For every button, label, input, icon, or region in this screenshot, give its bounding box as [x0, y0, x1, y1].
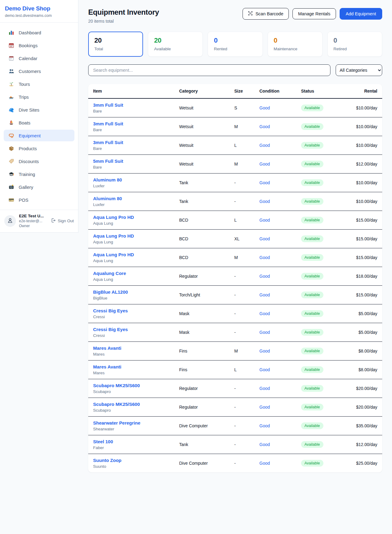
item-category: Wetsuit — [174, 117, 229, 136]
item-name-link[interactable]: Scubapro MK25/S600 — [93, 383, 169, 388]
item-name-link[interactable]: Mares Avanti — [93, 364, 169, 369]
sidebar-item-dashboard[interactable]: Dashboard — [4, 27, 74, 38]
filter-row: All Categories — [88, 64, 382, 76]
item-size: - — [229, 286, 254, 304]
sidebar-item-trips[interactable]: Trips — [4, 91, 74, 103]
item-size: M — [229, 117, 254, 136]
item-name-link[interactable]: Aqua Lung Pro HD — [93, 233, 169, 238]
sign-out-button[interactable]: Sign Out — [51, 218, 74, 224]
sidebar-item-gallery[interactable]: Gallery — [4, 181, 74, 193]
item-condition-link[interactable]: Good — [259, 199, 270, 204]
item-name-link[interactable]: Mares Avanti — [93, 345, 169, 351]
item-name-link[interactable]: 3mm Full Suit — [93, 102, 169, 108]
manage-rentals-button[interactable]: Manage Rentals — [292, 8, 336, 19]
sidebar-item-boats[interactable]: Boats — [4, 117, 74, 128]
sidebar-item-equipment[interactable]: Equipment — [4, 130, 74, 141]
item-name-link[interactable]: 3mm Full Suit — [93, 121, 169, 126]
brand-title: Demo Dive Shop — [5, 5, 73, 12]
item-category: Mask — [174, 304, 229, 323]
item-condition-link[interactable]: Good — [259, 218, 270, 223]
sidebar-item-dive-sites[interactable]: Dive Sites — [4, 104, 74, 116]
item-brand: Luxfer — [93, 202, 169, 207]
sidebar-item-training[interactable]: Training — [4, 168, 74, 180]
status-badge: Available — [301, 366, 323, 373]
item-name-link[interactable]: 3mm Full Suit — [93, 140, 169, 145]
category-filter-select[interactable]: All Categories — [336, 64, 382, 76]
item-name-link[interactable]: 5mm Full Suit — [93, 158, 169, 164]
sidebar-item-tours[interactable]: Tours — [4, 78, 74, 90]
table-row: Suunto Zoop Suunto Dive Computer - Good … — [88, 454, 382, 473]
item-condition-link[interactable]: Good — [259, 162, 270, 166]
item-condition-link[interactable]: Good — [259, 461, 270, 466]
item-name-link[interactable]: Aqua Lung Pro HD — [93, 215, 169, 220]
stat-card-maintenance[interactable]: 0 Maintenance — [268, 32, 322, 57]
item-category: BCD — [174, 230, 229, 248]
sidebar-item-bookings[interactable]: 17 Bookings — [4, 40, 74, 51]
speedboat-icon — [9, 94, 14, 100]
table-row: Cressi Big Eyes Cressi Mask - Good Avail… — [88, 304, 382, 323]
item-name-link[interactable]: Aluminum 80 — [93, 196, 169, 201]
status-badge: Available — [301, 198, 323, 205]
table-row: Shearwater Peregrine Shearwater Dive Com… — [88, 417, 382, 435]
item-condition-link[interactable]: Good — [259, 405, 270, 410]
table-row: Cressi Big Eyes Cressi Mask - Good Avail… — [88, 323, 382, 342]
stat-card-total[interactable]: 20 Total — [88, 32, 143, 57]
barcode-scan-icon — [248, 11, 253, 17]
item-condition-link[interactable]: Good — [259, 349, 270, 353]
item-name-link[interactable]: BigBlue AL1200 — [93, 289, 169, 295]
brand-block: Demo Dive Shop demo.test.divestreams.com — [0, 0, 78, 23]
item-name-link[interactable]: Steel 100 — [93, 439, 169, 444]
item-condition-link[interactable]: Good — [259, 236, 270, 241]
item-name-link[interactable]: Aqua Lung Pro HD — [93, 252, 169, 257]
stats-row: 20 Total 20 Available 0 Rented 0 Mainten… — [88, 32, 382, 57]
stat-label: Retired — [334, 47, 376, 51]
item-condition-link[interactable]: Good — [259, 311, 270, 316]
sidebar-item-calendar[interactable]: Calendar — [4, 52, 74, 64]
sidebar-item-customers[interactable]: Customers — [4, 65, 74, 77]
item-name-link[interactable]: Shearwater Peregrine — [93, 420, 169, 425]
item-condition-link[interactable]: Good — [259, 423, 270, 428]
add-equipment-label: Add Equipment — [346, 11, 376, 16]
item-condition-link[interactable]: Good — [259, 180, 270, 185]
item-name-link[interactable]: Suunto Zoop — [93, 458, 169, 463]
item-name-link[interactable]: Aqualung Core — [93, 271, 169, 276]
sidebar-item-discounts[interactable]: Discounts — [4, 155, 74, 167]
item-brand: Aqua Lung — [93, 221, 169, 226]
search-input[interactable] — [88, 64, 330, 76]
stat-card-retired[interactable]: 0 Retired — [327, 32, 382, 57]
item-condition-link[interactable]: Good — [259, 442, 270, 447]
add-equipment-button[interactable]: Add Equipment — [340, 8, 382, 20]
stat-card-available[interactable]: 20 Available — [148, 32, 203, 57]
sidebar-item-pos[interactable]: POS — [4, 194, 74, 206]
item-name-link[interactable]: Cressi Big Eyes — [93, 327, 169, 332]
item-size: L — [229, 136, 254, 155]
item-name-link[interactable]: Aluminum 80 — [93, 177, 169, 182]
calendar-icon — [9, 55, 14, 61]
item-name-link[interactable]: Scubapro MK25/S600 — [93, 402, 169, 407]
item-size: - — [229, 323, 254, 342]
item-condition-link[interactable]: Good — [259, 105, 270, 110]
item-condition-link[interactable]: Good — [259, 292, 270, 297]
sidebar-item-products[interactable]: Products — [4, 143, 74, 154]
item-condition-link[interactable]: Good — [259, 274, 270, 279]
item-condition-link[interactable]: Good — [259, 124, 270, 129]
table-row: Mares Avanti Mares Fins M Good Available… — [88, 342, 382, 360]
scan-barcode-button[interactable]: Scan Barcode — [243, 8, 289, 20]
status-badge: Available — [301, 161, 323, 167]
stat-card-rented[interactable]: 0 Rented — [208, 32, 262, 57]
item-name-link[interactable]: Cressi Big Eyes — [93, 308, 169, 313]
item-brand: Suunto — [93, 464, 169, 469]
user-email: e2e-tester@... — [19, 219, 44, 223]
item-condition-link[interactable]: Good — [259, 386, 270, 391]
item-condition-link[interactable]: Good — [259, 330, 270, 335]
item-category: Wetsuit — [174, 98, 229, 117]
item-condition-link[interactable]: Good — [259, 255, 270, 260]
item-condition-link[interactable]: Good — [259, 143, 270, 148]
page-header: Equipment Inventory 20 items total Scan … — [88, 8, 382, 24]
item-category: Wetsuit — [174, 155, 229, 174]
item-brand: Scubapro — [93, 389, 169, 394]
item-rental: $25.00/day — [334, 454, 382, 473]
item-rental: $10.00/day — [334, 192, 382, 211]
item-condition-link[interactable]: Good — [259, 367, 270, 372]
sailboat-icon — [9, 120, 14, 125]
